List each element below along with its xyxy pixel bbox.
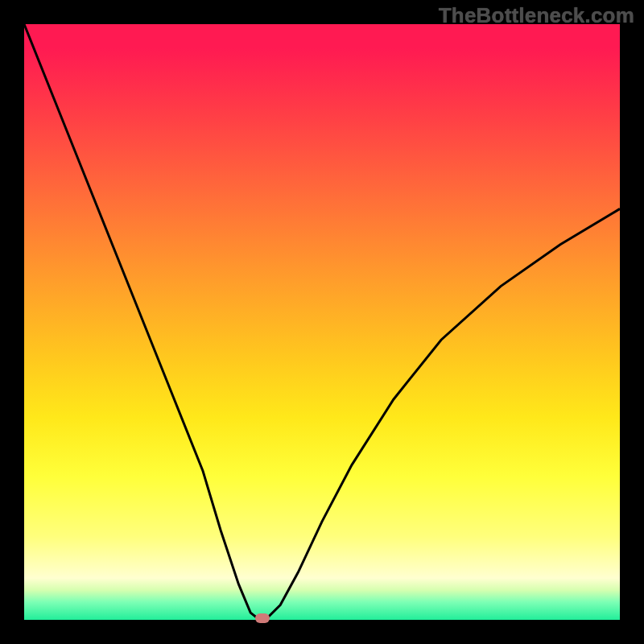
plot-area bbox=[24, 24, 620, 620]
minimum-marker bbox=[255, 613, 270, 623]
chart-frame: TheBottleneck.com bbox=[0, 0, 644, 644]
watermark-text: TheBottleneck.com bbox=[439, 3, 634, 28]
